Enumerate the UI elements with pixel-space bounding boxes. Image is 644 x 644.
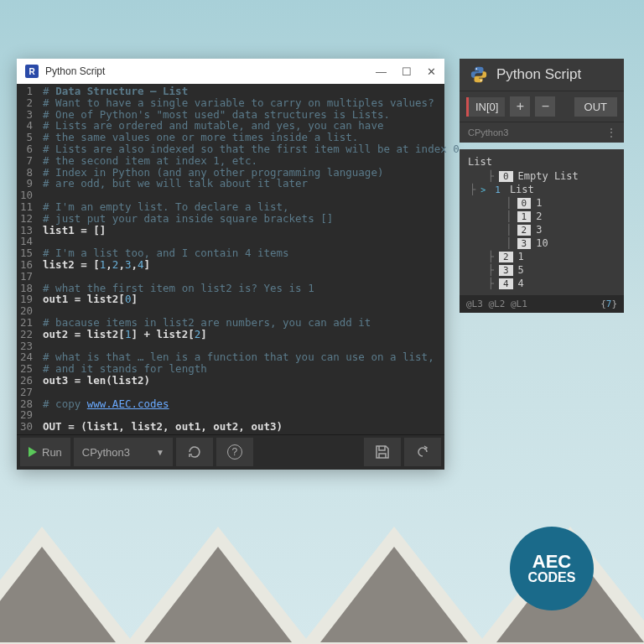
help-icon: ?	[227, 444, 242, 460]
code-line[interactable]: OUT = (list1, list2, out1, out2, out3)	[43, 421, 465, 433]
node-engine-label: CPython3	[468, 127, 508, 138]
code-line[interactable]	[43, 305, 465, 317]
tree-row[interactable]: │ 23	[465, 223, 619, 236]
line-number: 7	[20, 155, 33, 167]
code-line[interactable]: # Lists are ordered and mutable, and yes…	[43, 120, 465, 132]
editor-window: R Python Script — ☐ ✕ 123456789101112131…	[17, 59, 444, 470]
code-line[interactable]: # what the first item on list2 is? Yes i…	[43, 283, 465, 294]
python-icon	[470, 65, 488, 84]
line-number: 21	[20, 317, 33, 329]
line-number: 29	[20, 409, 33, 421]
code-line[interactable]: # bacause items in list2 are numbers, yo…	[43, 317, 465, 329]
tree-index: 0	[499, 171, 513, 182]
code-line[interactable]: out2 = list2[1] + list2[2]	[43, 329, 465, 340]
aec-codes-logo: AEC CODES	[510, 527, 594, 610]
line-number: 12	[20, 213, 33, 225]
line-number: 13	[20, 225, 33, 236]
tree-index: 0	[517, 198, 532, 209]
code-line[interactable]: # Lists are also indexed so that the fir…	[43, 143, 465, 155]
code-line[interactable]: # Index in Python (and any other program…	[43, 167, 465, 179]
titlebar[interactable]: R Python Script — ☐ ✕	[17, 59, 444, 84]
code-line[interactable]	[43, 271, 465, 283]
line-number: 9	[20, 178, 33, 190]
line-number: 27	[20, 387, 33, 398]
code-line[interactable]: # just put your data inside square brack…	[43, 213, 465, 225]
code-line[interactable]: # are odd, but we will talk about it lat…	[43, 178, 465, 190]
line-number: 3	[20, 109, 33, 121]
app-icon: R	[25, 65, 39, 78]
svg-point-1	[480, 80, 482, 81]
tree-row[interactable]: │ 12	[465, 210, 619, 223]
node-header[interactable]: Python Script	[460, 59, 624, 91]
line-gutter: 1234567891011121314151617181920212223242…	[17, 84, 38, 434]
tree-row[interactable]: ├>1List	[465, 183, 619, 196]
maximize-button[interactable]: ☐	[402, 65, 412, 78]
tree-row[interactable]: │ 310	[465, 236, 619, 250]
tree-value: 4	[518, 278, 524, 289]
tree-row[interactable]: ├35	[465, 263, 619, 277]
play-icon	[29, 447, 37, 457]
tree-value: 10	[536, 237, 548, 249]
tree-index: 3	[517, 238, 532, 249]
close-button[interactable]: ✕	[427, 65, 436, 78]
help-button[interactable]: ?	[216, 438, 253, 466]
tree-value: 2	[536, 210, 542, 222]
code-line[interactable]	[43, 387, 465, 398]
line-number: 24	[20, 351, 33, 363]
tree-index: 3	[499, 265, 513, 276]
tree-row[interactable]: ├44	[465, 277, 619, 290]
input-port[interactable]: IN[0]	[466, 97, 505, 117]
run-button[interactable]: Run	[20, 438, 70, 466]
line-number: 5	[20, 132, 33, 143]
code-line[interactable]: # I'm a list too, and I contain 4 items	[43, 247, 465, 259]
tree-row[interactable]: ├21	[465, 250, 619, 263]
line-number: 8	[20, 167, 33, 179]
code-line[interactable]: out1 = list2[0]	[43, 293, 465, 305]
code-line[interactable]: # One of Python's "most used" data struc…	[43, 109, 465, 121]
line-number: 22	[20, 329, 33, 340]
code-line[interactable]	[43, 190, 465, 201]
refresh-icon	[186, 444, 203, 460]
line-number: 25	[20, 363, 33, 375]
line-number: 30	[20, 421, 33, 433]
more-icon[interactable]: ⋮	[605, 126, 615, 139]
tree-root-label: List	[465, 154, 619, 169]
code-line[interactable]: out3 = len(list2)	[43, 375, 465, 387]
tree-value: 5	[518, 264, 524, 276]
code-line[interactable]: # what is that … len is a function that …	[43, 351, 465, 363]
minimize-button[interactable]: —	[376, 65, 387, 78]
save-button[interactable]	[364, 438, 401, 466]
add-input-button[interactable]: +	[510, 96, 530, 117]
svg-point-0	[475, 68, 477, 70]
line-number: 6	[20, 143, 33, 155]
undo-button[interactable]	[404, 438, 441, 466]
engine-select[interactable]: CPython3 ▼	[74, 438, 173, 466]
code-line[interactable]: # the same values one or more times insi…	[43, 132, 465, 143]
line-number: 18	[20, 283, 33, 294]
line-number: 28	[20, 398, 33, 410]
code-line[interactable]	[43, 340, 465, 352]
code-line[interactable]: # Data Structure – List	[43, 86, 465, 97]
undo-icon	[414, 444, 431, 460]
tree-row[interactable]: ├0Empty List	[465, 169, 619, 183]
window-title: Python Script	[45, 65, 369, 77]
code-line[interactable]	[43, 409, 465, 421]
code-line[interactable]: # the second item at index 1, etc.	[43, 155, 465, 167]
code-line[interactable]: list2 = [1,2,3,4]	[43, 259, 465, 271]
code-line[interactable]: # and it stands for length	[43, 363, 465, 375]
line-number: 23	[20, 340, 33, 352]
tree-index: 2	[517, 225, 532, 236]
code-line[interactable]: # copy www.AEC.codes	[43, 398, 465, 410]
code-line[interactable]: # Want to have a single variable to carr…	[43, 97, 465, 109]
output-port[interactable]: OUT	[574, 97, 617, 117]
line-number: 10	[20, 190, 33, 201]
code-line[interactable]: # I'm an empty list. To declare a list,	[43, 201, 465, 213]
reset-button[interactable]	[176, 438, 213, 466]
remove-input-button[interactable]: −	[535, 96, 555, 117]
code-line[interactable]	[43, 236, 465, 247]
code-editor[interactable]: # Data Structure – List# Want to have a …	[38, 84, 470, 434]
tree-row[interactable]: │ 01	[465, 196, 619, 210]
tree-index: 2	[499, 252, 513, 262]
expand-icon[interactable]: >	[480, 185, 486, 195]
code-line[interactable]: list1 = []	[43, 225, 465, 236]
